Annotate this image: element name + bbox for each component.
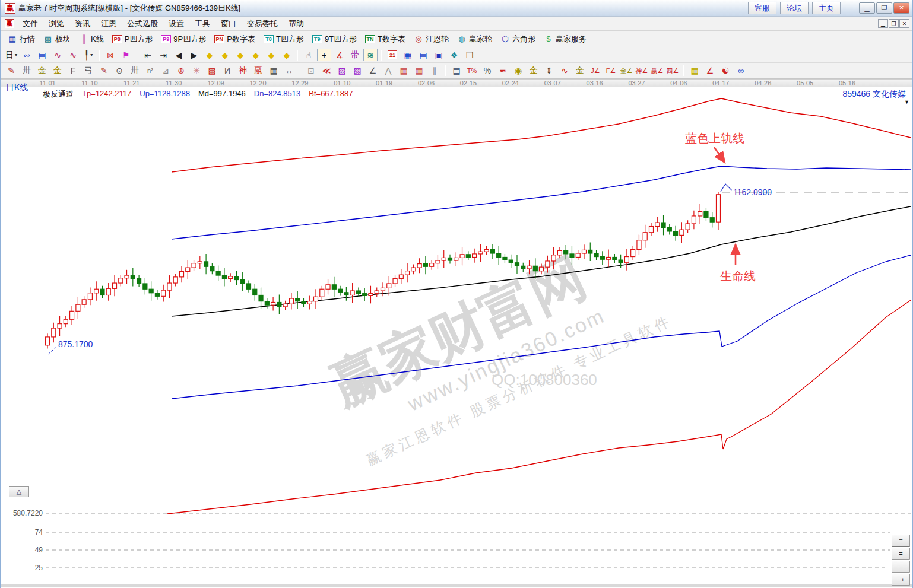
notes-button[interactable]: ▤ xyxy=(416,49,430,61)
service-button[interactable]: 客服 xyxy=(748,2,776,14)
gann-diamond-all-button[interactable]: ◆ xyxy=(280,49,294,61)
maze-tool-button[interactable]: ≋ xyxy=(363,49,378,61)
menu-item-资讯[interactable]: 资讯 xyxy=(69,17,96,30)
scale-small-button[interactable]: − xyxy=(892,561,910,573)
spiral-tool[interactable]: 弓 xyxy=(81,65,96,77)
price-arrow-tool[interactable]: ⇕ xyxy=(542,65,556,77)
close-button[interactable]: ✕ xyxy=(893,2,909,14)
infinity-tool[interactable]: ∞ xyxy=(734,65,748,77)
p-square-button[interactable]: P8P四方形 xyxy=(109,33,157,46)
gann-compass-tool[interactable]: ⊕ xyxy=(174,65,188,77)
fan-lines-tool[interactable]: ≪ xyxy=(319,65,334,77)
gann-diamond-left-button[interactable]: ◆ xyxy=(202,49,217,61)
menu-item-设置[interactable]: 设置 xyxy=(163,17,189,30)
quotes-button[interactable]: ▦行情 xyxy=(4,33,39,46)
ying-grid-tool[interactable]: 赢 xyxy=(251,65,265,77)
child-restore-button[interactable]: ❐ xyxy=(889,19,899,28)
child-close-button[interactable]: ✕ xyxy=(899,19,909,28)
t-table-button[interactable]: TNT数字表 xyxy=(362,33,409,46)
menu-item-江恩[interactable]: 江恩 xyxy=(96,17,122,30)
comb2-tool[interactable]: 卅 xyxy=(128,65,142,77)
measure-pen-tool[interactable]: ✎ xyxy=(97,65,111,77)
pen-tool[interactable]: ✎ xyxy=(4,65,18,77)
menu-item-交易委托[interactable]: 交易委托 xyxy=(242,17,283,30)
percent-tool[interactable]: % xyxy=(480,65,494,77)
square-grid2-tool[interactable]: ▦ xyxy=(412,65,426,77)
fibonacci-tool[interactable]: F xyxy=(66,65,80,77)
save-button[interactable]: ▣ xyxy=(432,49,446,61)
info-panel-button[interactable]: ▤ xyxy=(35,49,49,61)
gann-diamond-v-button[interactable]: ◆ xyxy=(249,49,263,61)
box-tool[interactable]: ⊡ xyxy=(304,65,318,77)
angle-measure-button[interactable]: ∡ xyxy=(332,49,347,61)
dense-grid-tool[interactable]: ▦ xyxy=(267,65,281,77)
expand-panel-button[interactable]: △ xyxy=(9,486,29,497)
nav-last-button[interactable]: ⇥ xyxy=(156,49,170,61)
signal-flag-button[interactable]: ⚑ xyxy=(119,49,133,61)
wave-line-tool[interactable]: ∿ xyxy=(557,65,572,77)
menu-item-浏览[interactable]: 浏览 xyxy=(43,17,69,30)
calculator-button[interactable]: ▦ xyxy=(401,49,415,61)
gold-underline-tool[interactable]: 金 xyxy=(573,65,587,77)
menu-item-文件[interactable]: 文件 xyxy=(17,17,43,30)
angle-ruler-tool[interactable]: ⊿ xyxy=(158,65,173,77)
stats-panel-tool[interactable]: ▤ xyxy=(449,65,464,77)
percent-lines-tool[interactable]: ≂ xyxy=(496,65,510,77)
period-label[interactable]: 日K线 xyxy=(6,82,28,93)
trend-angle-tool[interactable]: ∠ xyxy=(366,65,380,77)
forum-button[interactable]: 论坛 xyxy=(780,2,809,14)
gann-box-tool[interactable]: ▩ xyxy=(205,65,219,77)
hand-tool-button[interactable]: ☝ xyxy=(302,49,316,61)
gold-grid2-tool[interactable]: 金 xyxy=(50,65,65,77)
p-table-button[interactable]: PNP数字表 xyxy=(211,33,259,46)
nav-first-button[interactable]: ⇤ xyxy=(141,49,155,61)
trend-percent-tool[interactable]: ∠ xyxy=(703,65,717,77)
t-square-button[interactable]: T8T四方形 xyxy=(260,33,307,46)
gann-diamond-h-button[interactable]: ◆ xyxy=(233,49,248,61)
wave-tool[interactable]: ⋀ xyxy=(381,65,395,77)
home-button[interactable]: 主页 xyxy=(812,2,841,14)
formula-pattern-button[interactable]: ⊠ xyxy=(103,49,118,61)
stock-name-label[interactable]: 859466 文化传媒 xyxy=(842,89,906,100)
t9-square-button[interactable]: T99T四方形 xyxy=(309,33,360,46)
menu-item-窗口[interactable]: 窗口 xyxy=(215,17,242,30)
p9-square-button[interactable]: P99P四方形 xyxy=(157,33,210,46)
print-button[interactable]: ❒ xyxy=(462,49,477,61)
calendar-button[interactable]: 21 xyxy=(385,49,400,61)
minimize-button[interactable]: ▁ xyxy=(859,2,875,14)
angle-ying-tool[interactable]: 赢∠ xyxy=(650,65,664,77)
sectors-button[interactable]: ▩板块 xyxy=(40,33,74,46)
gold-grid-tool[interactable]: 金 xyxy=(35,65,49,77)
scale-medium-button[interactable]: = xyxy=(892,548,910,560)
kline-plot[interactable]: 580.7220744925蓝色上轨线生命线1162.0900875.1700 xyxy=(1,87,913,587)
menu-item-公式选股[interactable]: 公式选股 xyxy=(122,17,163,30)
angle-shen-tool[interactable]: 神∠ xyxy=(635,65,649,77)
menu-item-工具[interactable]: 工具 xyxy=(189,17,215,30)
gold-circle-tool[interactable]: ◉ xyxy=(511,65,525,77)
gann-comb-tool[interactable]: 卅 xyxy=(20,65,34,77)
angle-f-tool[interactable]: F∠ xyxy=(604,65,618,77)
shen-grid-tool[interactable]: 神 xyxy=(236,65,250,77)
ribbon-tool-button[interactable]: 带 xyxy=(348,49,362,61)
scale-adjust-button[interactable]: −+ xyxy=(892,574,910,586)
period-day-dropdown[interactable]: 日▾ xyxy=(4,49,18,61)
hexagon-button[interactable]: ⬡六角形 xyxy=(497,33,539,46)
t-percent-tool[interactable]: T% xyxy=(465,65,479,77)
yinyang-tool[interactable]: ☯ xyxy=(718,65,733,77)
square-grid-tool[interactable]: ▦ xyxy=(397,65,411,77)
width-measure-tool[interactable]: ↔ xyxy=(282,65,296,77)
chart-area[interactable]: 日K线 极反通道 Tp=1242.2117 Up=1128.1288 Md=99… xyxy=(1,87,913,587)
starburst-tool[interactable]: ✳ xyxy=(189,65,204,77)
fan-grid-tool[interactable]: ▧ xyxy=(350,65,364,77)
scale-large-button[interactable]: ≡ xyxy=(892,535,910,546)
kline-button[interactable]: ║K线 xyxy=(75,33,107,46)
winner-service-button[interactable]: $赢家服务 xyxy=(540,33,590,46)
nav-prev-button[interactable]: ◀ xyxy=(172,49,186,61)
mini-chart3-button[interactable]: ∿ xyxy=(50,49,65,61)
nav-next-button[interactable]: ▶ xyxy=(187,49,201,61)
cycle-circle-tool[interactable]: ⊙ xyxy=(112,65,126,77)
n-square-tool[interactable]: n² xyxy=(143,65,157,77)
menu-item-帮助[interactable]: 帮助 xyxy=(283,17,309,30)
child-minimize-button[interactable]: ▁ xyxy=(878,19,888,28)
gann-wheel-button[interactable]: ◎江恩轮 xyxy=(410,33,452,46)
